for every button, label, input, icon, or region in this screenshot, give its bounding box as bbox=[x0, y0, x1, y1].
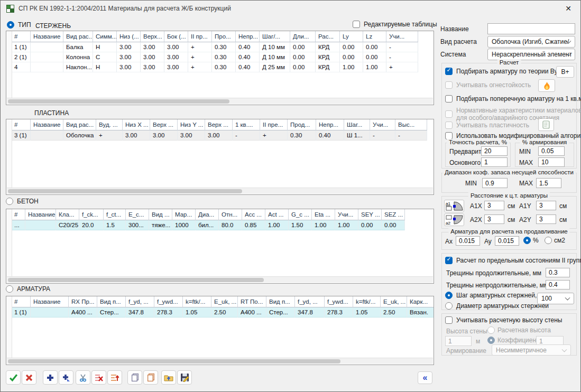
table-cell[interactable]: Д 25 мм bbox=[260, 62, 290, 72]
column-header[interactable]: Вид ... bbox=[149, 209, 172, 220]
reinf-max-input[interactable] bbox=[538, 157, 565, 167]
table-cell[interactable]: 300... bbox=[126, 220, 149, 230]
column-header[interactable]: Диа... bbox=[196, 209, 219, 220]
table-cell[interactable]: - bbox=[395, 130, 427, 141]
table-cell[interactable]: 2 (1) bbox=[12, 52, 31, 62]
table-cell[interactable]: 0.30 bbox=[288, 130, 316, 141]
table-cell[interactable]: Балка bbox=[63, 42, 93, 52]
table-cell[interactable]: А400 ... bbox=[69, 307, 97, 318]
table-cell[interactable]: 0.00 bbox=[290, 62, 316, 72]
column-header[interactable]: E_c... bbox=[126, 209, 149, 220]
column-header[interactable]: II пре... bbox=[260, 119, 288, 130]
table-cell[interactable]: 0.00 bbox=[382, 220, 405, 230]
column-header[interactable]: Бок (... bbox=[164, 31, 188, 42]
column-header[interactable]: Вуд. ... bbox=[96, 119, 123, 130]
column-header[interactable]: Низ X ... bbox=[123, 119, 150, 130]
reinforcement-select[interactable]: Несимметричное bbox=[492, 344, 571, 356]
table-cell[interactable]: 1000 bbox=[172, 220, 196, 230]
table-cell[interactable]: Оболочка bbox=[63, 130, 96, 141]
table-cell[interactable]: Колонна bbox=[63, 52, 93, 62]
table-cell[interactable]: 0.40 bbox=[236, 52, 260, 62]
bar-step-select[interactable]: 100 bbox=[537, 293, 574, 304]
a1y-input[interactable] bbox=[536, 201, 556, 210]
scroll-thumb[interactable] bbox=[8, 189, 242, 193]
table-cell[interactable]: 0.40 bbox=[236, 62, 260, 72]
table-cell[interactable]: 3.00 bbox=[123, 130, 150, 141]
column-header[interactable]: Учи... bbox=[386, 31, 418, 42]
column-header[interactable]: SEZ ... bbox=[382, 209, 405, 220]
table-cell[interactable]: 0.00 bbox=[340, 52, 363, 62]
wall-height-checkbox[interactable] bbox=[445, 316, 453, 324]
table-cell[interactable]: 3.00 bbox=[141, 42, 164, 52]
column-header[interactable]: f_yd, ... bbox=[295, 296, 325, 307]
table-cell[interactable] bbox=[31, 62, 63, 72]
delete-rows-button[interactable] bbox=[91, 370, 106, 385]
a1-diagram-button[interactable]: a1 bbox=[444, 200, 464, 212]
cracks-long-input[interactable] bbox=[546, 268, 570, 277]
table-cell[interactable]: Д 10 мм bbox=[260, 52, 290, 62]
table-cell[interactable]: 3.00 bbox=[150, 130, 178, 141]
table-cell[interactable]: Вязан. bbox=[407, 307, 434, 318]
table-cell[interactable]: 3.00 bbox=[164, 42, 188, 52]
table-cell[interactable]: 0.00 bbox=[290, 42, 316, 52]
column-header[interactable]: RT По... bbox=[238, 296, 266, 307]
table-cell[interactable] bbox=[31, 307, 69, 318]
calc-height-radio[interactable] bbox=[487, 326, 495, 334]
table-cell[interactable]: 0.00 bbox=[340, 42, 363, 52]
table-cell[interactable]: + bbox=[188, 42, 212, 52]
table-cell[interactable]: 1.00 bbox=[340, 62, 363, 72]
table-cell[interactable]: 3.00 bbox=[178, 130, 205, 141]
normative-checkbox[interactable] bbox=[445, 110, 453, 118]
column-header[interactable]: Мар... bbox=[172, 209, 196, 220]
table-cell[interactable]: 80.0 bbox=[219, 220, 242, 230]
column-header[interactable]: # bbox=[12, 119, 31, 130]
cancel-button[interactable] bbox=[22, 370, 36, 385]
beton-radio[interactable] bbox=[6, 198, 13, 205]
cut-button[interactable] bbox=[76, 370, 90, 385]
table-cell[interactable]: тяже... bbox=[149, 220, 172, 230]
table-cell[interactable]: 1.00 bbox=[363, 62, 386, 72]
fire-resistance-checkbox[interactable] bbox=[445, 81, 453, 89]
name-input[interactable] bbox=[487, 23, 575, 34]
table-cell[interactable] bbox=[31, 42, 63, 52]
column-header[interactable]: Непр... bbox=[236, 31, 260, 42]
table-cell[interactable]: 3.00 bbox=[205, 130, 233, 141]
cracks-short-input[interactable] bbox=[546, 280, 570, 290]
table-cell[interactable]: 3.00 bbox=[164, 52, 188, 62]
main-accuracy-input[interactable] bbox=[481, 157, 508, 167]
column-header[interactable]: f_ywd... bbox=[325, 296, 353, 307]
table-cell[interactable] bbox=[31, 130, 63, 141]
column-header[interactable]: Учи... bbox=[335, 209, 358, 220]
table-cell[interactable]: - bbox=[233, 130, 260, 141]
column-header[interactable]: E_uk, ... bbox=[381, 296, 407, 307]
sterzhen-hscrollbar[interactable] bbox=[7, 98, 433, 104]
a2y-input[interactable] bbox=[536, 214, 556, 224]
table-cell[interactable]: 1.50 bbox=[289, 220, 312, 230]
table-cell[interactable]: 1.00 bbox=[312, 220, 335, 230]
column-header[interactable]: f_yd, ... bbox=[126, 296, 154, 307]
column-header[interactable]: Название bbox=[31, 119, 63, 130]
table-cell[interactable]: - bbox=[370, 130, 395, 141]
add-row-special-button[interactable] bbox=[59, 370, 73, 385]
column-header[interactable]: k=ftk/... bbox=[353, 296, 381, 307]
plasticity-button[interactable] bbox=[538, 118, 554, 131]
table-cell[interactable]: Д 10 мм bbox=[260, 42, 290, 52]
table-cell[interactable]: 0.30 bbox=[212, 42, 236, 52]
column-header[interactable]: Непр... bbox=[316, 119, 344, 130]
table-cell[interactable]: 0.40 bbox=[236, 42, 260, 52]
table-cell[interactable]: Стер... bbox=[97, 307, 126, 318]
copy-button[interactable] bbox=[127, 370, 142, 385]
column-header[interactable]: Выс... bbox=[395, 119, 427, 130]
scroll-thumb[interactable] bbox=[8, 359, 340, 363]
column-header[interactable]: Вид рас... bbox=[63, 119, 96, 130]
table-cell[interactable]: 3.00 bbox=[117, 62, 141, 72]
column-header[interactable]: Карк... bbox=[407, 296, 434, 307]
system-select[interactable]: Нераскрепленный элемент bbox=[487, 49, 575, 60]
table-cell[interactable]: 4 bbox=[12, 62, 31, 72]
shear-reinf-checkbox[interactable] bbox=[445, 95, 453, 102]
column-header[interactable]: # bbox=[12, 296, 31, 307]
column-header[interactable]: Отн... bbox=[219, 209, 242, 220]
table-cell[interactable]: 2.50 bbox=[211, 307, 238, 318]
ay-input[interactable] bbox=[495, 236, 519, 246]
fire-button[interactable] bbox=[538, 79, 555, 92]
